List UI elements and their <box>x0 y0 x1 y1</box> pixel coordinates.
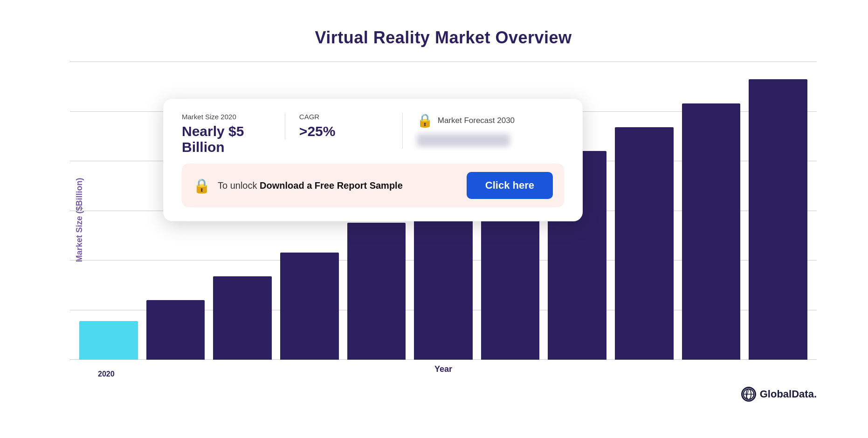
blurred-value <box>417 134 510 147</box>
bar-2022 <box>213 276 272 360</box>
unlock-text-bold: Download a Free Report Sample <box>260 180 403 191</box>
forecast-header: 🔒 Market Forecast 2030 <box>417 113 550 128</box>
bar-2024 <box>347 223 406 360</box>
bar-2029 <box>682 103 741 360</box>
cagr-stat: CAGR >25% <box>285 113 402 139</box>
bar-wrapper-2029 <box>682 62 741 360</box>
bar-wrapper-2030 <box>749 62 807 360</box>
forecast-stat: 🔒 Market Forecast 2030 <box>402 113 564 149</box>
forecast-blurred <box>417 134 550 149</box>
unlock-text-normal: To unlock <box>218 180 260 191</box>
x-axis: Year <box>70 360 817 378</box>
chart-title: Virtual Reality Market Overview <box>70 28 817 48</box>
globaldata-logo: GlobalData. <box>741 387 817 402</box>
cagr-label: CAGR <box>299 113 388 121</box>
bar-2020 <box>79 321 138 360</box>
unlock-left: 🔒 To unlock Download a Free Report Sampl… <box>193 178 403 194</box>
chart-area: Market Size ($Billion) <box>70 62 817 378</box>
chart-container: Virtual Reality Market Overview Market S… <box>23 14 845 424</box>
market-size-label: Market Size 2020 <box>182 113 271 121</box>
market-size-value: Nearly $5 Billion <box>182 123 271 155</box>
unlock-text: To unlock Download a Free Report Sample <box>218 180 403 191</box>
bar-2030 <box>749 79 807 360</box>
bar-2023 <box>280 253 339 360</box>
x-tick-2020: 2020 <box>98 370 115 378</box>
bar-wrapper-2028 <box>615 62 674 360</box>
forecast-label: Market Forecast 2030 <box>438 116 515 125</box>
globaldata-logo-icon <box>741 387 756 402</box>
unlock-banner: 🔒 To unlock Download a Free Report Sampl… <box>182 164 564 207</box>
globaldata-brand: GlobalData. <box>760 388 817 400</box>
info-card-top: Market Size 2020 Nearly $5 Billion CAGR … <box>182 113 564 155</box>
info-card: Market Size 2020 Nearly $5 Billion CAGR … <box>163 99 583 221</box>
bar-wrapper-2020 <box>79 62 138 360</box>
bar-2021 <box>146 300 205 360</box>
unlock-lock-icon: 🔒 <box>193 178 210 194</box>
x-axis-label: Year <box>434 364 452 374</box>
cagr-value: >25% <box>299 123 388 139</box>
lock-icon: 🔒 <box>417 113 433 128</box>
bar-2028 <box>615 127 674 360</box>
click-here-button[interactable]: Click here <box>467 172 553 199</box>
market-size-stat: Market Size 2020 Nearly $5 Billion <box>182 113 285 155</box>
